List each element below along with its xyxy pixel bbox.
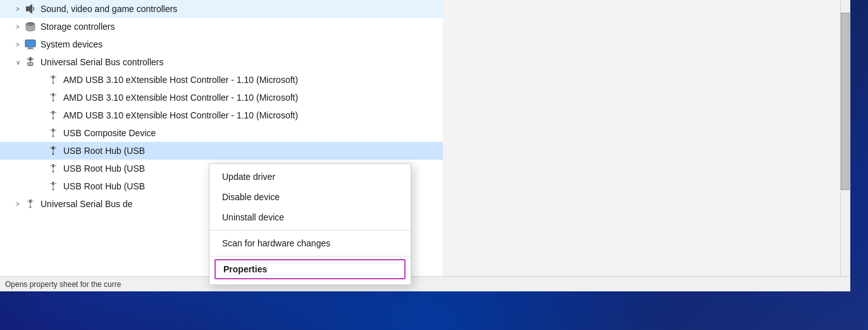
expand-icon-composite bbox=[35, 128, 46, 138]
tree-item-sound[interactable]: > Sound, video and game controllers bbox=[0, 0, 443, 18]
context-menu-scan-hardware[interactable]: Scan for hardware changes bbox=[209, 233, 411, 253]
tree-item-usb-controllers-label: Universal Serial Bus controllers bbox=[40, 57, 164, 67]
svg-point-52 bbox=[30, 206, 32, 208]
icon-amd-usb-1 bbox=[47, 73, 59, 86]
svg-point-37 bbox=[53, 153, 54, 155]
expand-icon-root3 bbox=[35, 181, 46, 191]
tree-item-amd-usb-2[interactable]: AMD USB 3.10 eXtensible Host Controller … bbox=[0, 89, 443, 106]
tree-item-system-label: System devices bbox=[40, 39, 102, 49]
expand-icon-sound: > bbox=[13, 4, 23, 14]
expand-icon-system: > bbox=[13, 39, 23, 49]
svg-rect-45 bbox=[52, 182, 54, 185]
svg-rect-51 bbox=[30, 203, 31, 206]
tree-item-amd-usb-1-label: AMD USB 3.10 eXtensible Host Controller … bbox=[63, 75, 298, 85]
tree-item-sound-label: Sound, video and game controllers bbox=[40, 4, 177, 14]
expand-icon-storage: > bbox=[13, 22, 23, 32]
tree-item-usb-root-3-label: USB Root Hub (USB bbox=[63, 181, 145, 191]
svg-rect-29 bbox=[55, 112, 56, 113]
tree-item-usb-root-2-label: USB Root Hub (USB bbox=[63, 163, 145, 174]
icon-usb-controllers bbox=[24, 56, 37, 68]
context-menu-properties[interactable]: Properties bbox=[214, 259, 406, 279]
tree-item-usb-root-1-label: USB Root Hub (USB bbox=[63, 146, 145, 156]
icon-usb-dev bbox=[24, 198, 37, 210]
expand-icon-usb: ∨ bbox=[13, 57, 23, 67]
svg-rect-12 bbox=[32, 58, 34, 60]
svg-rect-44 bbox=[55, 165, 56, 166]
status-bar: Opens property sheet for the curre bbox=[0, 276, 850, 291]
tree-item-storage[interactable]: > Storage controllers bbox=[0, 18, 443, 35]
svg-rect-50 bbox=[29, 200, 32, 203]
tree-item-usb-controllers[interactable]: ∨ Universal Serial Bus controllers bbox=[0, 53, 443, 71]
svg-rect-39 bbox=[55, 148, 56, 148]
icon-sound bbox=[24, 3, 37, 15]
scrollbar-thumb[interactable] bbox=[841, 13, 850, 190]
icon-storage bbox=[24, 20, 37, 33]
svg-rect-38 bbox=[50, 148, 51, 148]
svg-rect-30 bbox=[52, 129, 54, 132]
context-menu-disable-device[interactable]: Disable device bbox=[209, 187, 411, 207]
context-menu-uninstall-device[interactable]: Uninstall device bbox=[209, 207, 411, 227]
icon-usb-root-3 bbox=[47, 180, 59, 193]
svg-rect-15 bbox=[52, 75, 54, 79]
tree-item-amd-usb-2-label: AMD USB 3.10 eXtensible Host Controller … bbox=[63, 92, 298, 103]
svg-rect-19 bbox=[55, 77, 56, 77]
svg-point-32 bbox=[53, 136, 54, 137]
tree-item-usb-root-1[interactable]: USB Root Hub (USB bbox=[0, 142, 443, 160]
tree-item-usb-dev-label: Universal Serial Bus de bbox=[40, 199, 133, 209]
svg-point-17 bbox=[53, 82, 54, 84]
svg-rect-34 bbox=[55, 130, 56, 130]
tree-item-usb-composite[interactable]: USB Composite Device bbox=[0, 124, 443, 142]
tree-item-storage-label: Storage controllers bbox=[40, 22, 115, 32]
tree-item-amd-usb-1[interactable]: AMD USB 3.10 eXtensible Host Controller … bbox=[0, 71, 443, 89]
svg-rect-18 bbox=[50, 77, 51, 77]
icon-amd-usb-2 bbox=[47, 91, 59, 104]
svg-rect-53 bbox=[27, 201, 28, 201]
svg-rect-25 bbox=[52, 111, 54, 114]
expand-icon-dev: > bbox=[13, 199, 23, 209]
svg-rect-16 bbox=[53, 79, 54, 82]
context-menu-update-driver[interactable]: Update driver bbox=[209, 167, 411, 187]
svg-rect-23 bbox=[50, 94, 51, 95]
svg-rect-0 bbox=[26, 6, 29, 11]
svg-point-47 bbox=[53, 189, 54, 191]
svg-point-22 bbox=[53, 100, 54, 102]
svg-rect-54 bbox=[32, 201, 34, 201]
tree-item-usb-composite-label: USB Composite Device bbox=[63, 128, 156, 138]
svg-rect-20 bbox=[52, 93, 54, 96]
device-manager-window: > Sound, video and game controllers > bbox=[0, 0, 850, 291]
expand-icon-root2 bbox=[35, 163, 46, 174]
status-bar-text: Opens property sheet for the curre bbox=[5, 280, 121, 289]
svg-rect-21 bbox=[53, 96, 54, 100]
tree-item-system[interactable]: > System devices bbox=[0, 35, 443, 53]
icon-amd-usb-3 bbox=[47, 109, 59, 122]
svg-rect-35 bbox=[52, 146, 54, 149]
svg-rect-41 bbox=[53, 167, 54, 171]
svg-rect-43 bbox=[50, 165, 51, 166]
expand-icon-root1 bbox=[35, 146, 46, 156]
svg-rect-11 bbox=[27, 58, 28, 60]
svg-rect-7 bbox=[29, 57, 32, 61]
vertical-scrollbar[interactable] bbox=[840, 0, 850, 291]
expand-icon-amd2 bbox=[35, 92, 46, 103]
svg-rect-5 bbox=[28, 48, 33, 49]
svg-rect-48 bbox=[50, 183, 51, 184]
expand-icon-amd3 bbox=[35, 110, 46, 120]
svg-rect-33 bbox=[50, 130, 51, 130]
icon-usb-root-1 bbox=[47, 144, 59, 157]
tree-item-amd-usb-3[interactable]: AMD USB 3.10 eXtensible Host Controller … bbox=[0, 106, 443, 124]
svg-point-10 bbox=[30, 65, 32, 67]
svg-rect-14 bbox=[32, 60, 33, 60]
svg-rect-46 bbox=[53, 185, 54, 189]
expand-icon-amd1 bbox=[35, 75, 46, 85]
tree-item-amd-usb-3-label: AMD USB 3.10 eXtensible Host Controller … bbox=[63, 110, 298, 120]
svg-rect-24 bbox=[55, 94, 56, 95]
icon-system bbox=[24, 38, 37, 51]
svg-rect-36 bbox=[53, 149, 54, 153]
svg-point-42 bbox=[53, 171, 54, 173]
svg-rect-6 bbox=[27, 49, 34, 49]
context-menu: Update driver Disable device Uninstall d… bbox=[209, 163, 411, 285]
context-menu-separator-1 bbox=[209, 230, 411, 231]
icon-usb-composite bbox=[47, 127, 59, 139]
svg-rect-4 bbox=[25, 40, 35, 47]
icon-usb-root-2 bbox=[47, 162, 59, 175]
